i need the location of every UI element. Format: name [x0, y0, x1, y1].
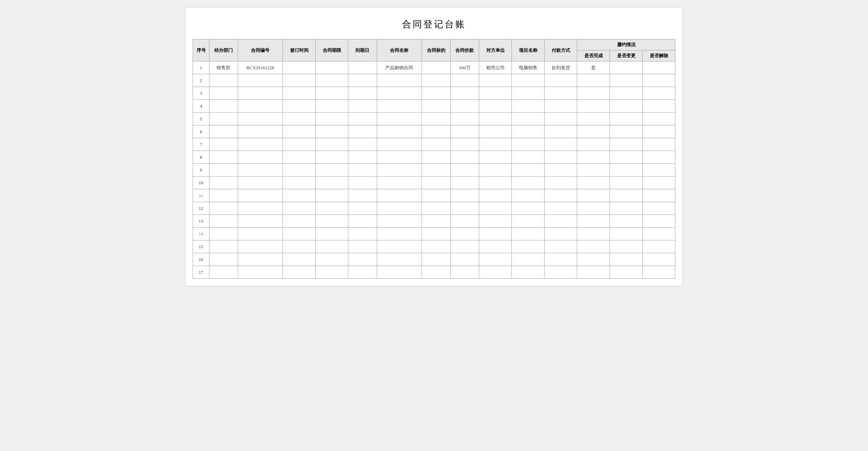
- table-cell: [512, 125, 545, 138]
- table-cell: [479, 113, 512, 125]
- table-cell: [545, 240, 577, 253]
- table-cell: [450, 266, 479, 279]
- table-cell: 款到发货: [545, 61, 577, 74]
- table-cell: [643, 74, 675, 87]
- table-cell: [545, 189, 577, 202]
- page-container: 合同登记台账 序号 经办部门 合同编号 签订时间 合同期限 到期日 合同名称 合…: [185, 7, 683, 286]
- table-row: 8: [193, 151, 675, 164]
- col-header-party: 对方单位: [479, 39, 512, 61]
- table-cell: [643, 87, 675, 100]
- table-cell: [283, 176, 316, 189]
- table-cell: [209, 266, 238, 279]
- table-row: 16: [193, 253, 675, 266]
- table-row: 7: [193, 138, 675, 151]
- table-cell: [479, 215, 512, 228]
- table-cell: [450, 100, 479, 113]
- table-cell: [450, 215, 479, 228]
- table-cell: [316, 215, 348, 228]
- table-cell: [238, 189, 283, 202]
- table-cell: [316, 138, 348, 151]
- table-cell: [610, 253, 643, 266]
- table-cell: [348, 228, 377, 240]
- table-cell: [610, 138, 643, 151]
- table-cell: [512, 100, 545, 113]
- table-cell: [348, 125, 377, 138]
- table-cell: 是: [577, 61, 610, 74]
- table-cell: [512, 74, 545, 87]
- table-cell: [283, 100, 316, 113]
- table-cell: [479, 202, 512, 215]
- col-header-price: 合同价款: [450, 39, 479, 61]
- col-header-change: 是否变更: [610, 50, 643, 61]
- table-cell: [209, 138, 238, 151]
- table-cell: [238, 215, 283, 228]
- table-cell: [316, 164, 348, 176]
- table-cell: [450, 125, 479, 138]
- table-cell: [422, 202, 451, 215]
- table-cell: [283, 240, 316, 253]
- table-cell: [316, 100, 348, 113]
- table-cell: [209, 176, 238, 189]
- table-cell: [283, 266, 316, 279]
- table-cell: [348, 87, 377, 100]
- table-cell: [545, 125, 577, 138]
- table-cell: [209, 202, 238, 215]
- table-cell: [238, 240, 283, 253]
- table-cell: [577, 113, 610, 125]
- table-cell: [479, 151, 512, 164]
- table-cell: [348, 266, 377, 279]
- table-cell: [348, 253, 377, 266]
- table-cell: [610, 240, 643, 253]
- table-cell: [377, 240, 422, 253]
- table-cell: [348, 240, 377, 253]
- table-cell: [348, 151, 377, 164]
- table-cell: 6: [193, 125, 209, 138]
- table-cell: [348, 113, 377, 125]
- table-cell: [577, 240, 610, 253]
- table-cell: [377, 189, 422, 202]
- table-cell: [238, 113, 283, 125]
- table-cell: 2: [193, 74, 209, 87]
- table-cell: [479, 253, 512, 266]
- table-cell: [512, 176, 545, 189]
- table-cell: [450, 138, 479, 151]
- table-cell: RCX20161228: [238, 61, 283, 74]
- table-cell: [479, 100, 512, 113]
- table-cell: [512, 228, 545, 240]
- table-cell: [283, 61, 316, 74]
- table-cell: [209, 215, 238, 228]
- table-cell: [283, 125, 316, 138]
- table-cell: [348, 61, 377, 74]
- table-cell: [643, 240, 675, 253]
- table-cell: 14: [193, 228, 209, 240]
- table-cell: [577, 176, 610, 189]
- table-cell: [545, 113, 577, 125]
- table-cell: [643, 202, 675, 215]
- table-cell: 500万: [450, 61, 479, 74]
- table-cell: 13: [193, 215, 209, 228]
- table-row: 15: [193, 240, 675, 253]
- table-cell: [316, 202, 348, 215]
- table-cell: [545, 228, 577, 240]
- table-cell: [450, 164, 479, 176]
- table-cell: [643, 113, 675, 125]
- table-cell: [422, 100, 451, 113]
- table-cell: [643, 138, 675, 151]
- table-cell: [283, 164, 316, 176]
- table-cell: [479, 240, 512, 253]
- table-cell: [643, 228, 675, 240]
- table-cell: [238, 176, 283, 189]
- table-cell: [316, 113, 348, 125]
- table-cell: [348, 74, 377, 87]
- table-cell: [238, 266, 283, 279]
- table-cell: [316, 176, 348, 189]
- table-row: 14: [193, 228, 675, 240]
- col-header-sign-time: 签订时间: [283, 39, 316, 61]
- table-cell: [643, 151, 675, 164]
- table-cell: [422, 253, 451, 266]
- table-cell: [422, 189, 451, 202]
- contract-table: 序号 经办部门 合同编号 签订时间 合同期限 到期日 合同名称 合同标的 合同价…: [193, 39, 675, 279]
- col-header-project: 项目名称: [512, 39, 545, 61]
- table-cell: [283, 138, 316, 151]
- table-cell: [422, 228, 451, 240]
